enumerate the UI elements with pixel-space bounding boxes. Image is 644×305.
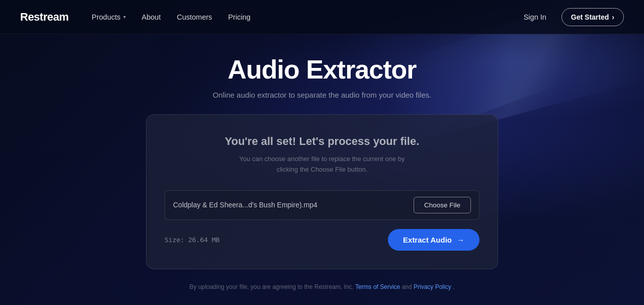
card-status-title: You're all set! Let's process your file. [165, 135, 479, 148]
nav-links: Products ▾ About Customers Pricing [85, 9, 516, 25]
navbar: Restream Products ▾ About Customers Pric… [0, 0, 644, 34]
arrow-right-icon: › [612, 13, 614, 21]
card-status-desc: You can choose another file to replace t… [165, 154, 479, 175]
upload-card: You're all set! Let's process your file.… [146, 114, 498, 269]
nav-pricing[interactable]: Pricing [221, 9, 258, 25]
file-name: Coldplay & Ed Sheera...d's Bush Empire).… [173, 201, 408, 209]
brand-logo[interactable]: Restream [20, 11, 68, 24]
privacy-policy-link[interactable]: Privacy Policy [414, 283, 451, 290]
sign-in-button[interactable]: Sign In [517, 9, 553, 25]
chevron-down-icon: ▾ [123, 14, 126, 20]
nav-products[interactable]: Products ▾ [85, 9, 132, 25]
arrow-right-icon: → [457, 236, 464, 244]
file-size: Size: 26.64 MB [165, 236, 220, 244]
choose-file-button[interactable]: Choose File [414, 197, 471, 213]
nav-customers[interactable]: Customers [170, 9, 219, 25]
footer-note: By uploading your file, you are agreeing… [190, 283, 455, 290]
nav-about[interactable]: About [135, 9, 168, 25]
terms-of-service-link[interactable]: Terms of Service [355, 283, 400, 290]
nav-actions: Sign In Get Started › [517, 8, 624, 26]
extract-audio-button[interactable]: Extract Audio → [388, 229, 479, 251]
get-started-button[interactable]: Get Started › [561, 8, 624, 26]
main-content: Audio Extractor Online audio extractor t… [0, 34, 644, 290]
action-row: Size: 26.64 MB Extract Audio → [165, 229, 479, 251]
page-title: Audio Extractor [227, 54, 416, 85]
file-row: Coldplay & Ed Sheera...d's Bush Empire).… [165, 190, 479, 220]
page-subtitle: Online audio extractor to separate the a… [213, 91, 431, 99]
